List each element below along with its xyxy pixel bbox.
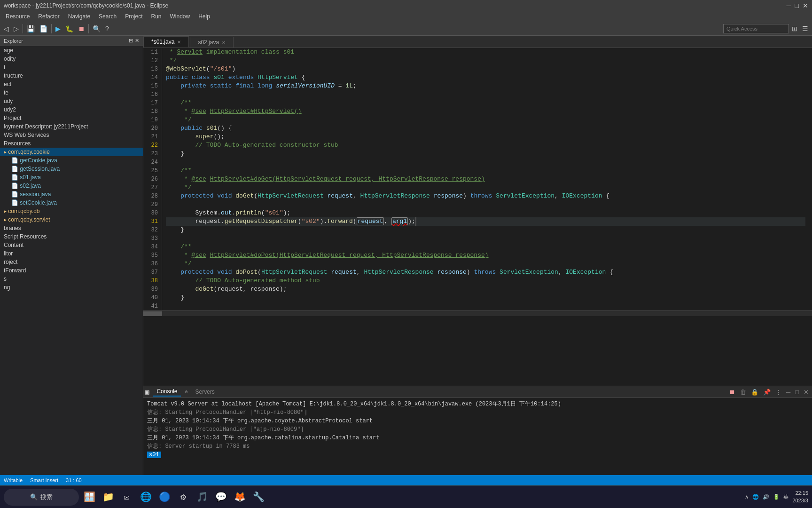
taskbar-app4-btn[interactable]: 💬 bbox=[212, 489, 229, 506]
sidebar-item-session[interactable]: 📄 session.java bbox=[0, 190, 143, 198]
taskbar-search-widget[interactable]: 🔍 搜索 bbox=[4, 489, 79, 506]
menu-help[interactable]: Help bbox=[195, 12, 214, 21]
menu-refactor[interactable]: Refactor bbox=[34, 12, 63, 21]
menu-search[interactable]: Search bbox=[95, 12, 120, 21]
sidebar-item-deployment[interactable]: loyment Descriptor: jy2211Project bbox=[0, 122, 143, 131]
horizontal-scrollbar[interactable] bbox=[143, 310, 812, 316]
toolbar-save-all-btn[interactable]: 📄 bbox=[38, 24, 49, 33]
toolbar-debug-btn[interactable]: 🐛 bbox=[63, 24, 75, 33]
sidebar-item-ws[interactable]: WS Web Services bbox=[0, 131, 143, 139]
menu-navigate[interactable]: Navigate bbox=[64, 12, 94, 21]
code-line-28: protected void doGet(HttpServletRequest … bbox=[166, 192, 805, 200]
toolbar-forward-btn[interactable]: ▷ bbox=[12, 24, 21, 33]
sidebar-item-udy2[interactable]: udy2 bbox=[0, 105, 143, 114]
sidebar-item-s02[interactable]: 📄 s02.java bbox=[0, 182, 143, 190]
quick-access-input[interactable] bbox=[723, 24, 789, 33]
console-close-btn[interactable]: ✕ bbox=[802, 388, 810, 396]
sidebar-item-getsession[interactable]: 📄 getSession.java bbox=[0, 165, 143, 173]
taskbar-clock[interactable]: 22:15 2023/3 bbox=[792, 490, 808, 504]
sidebar-item-tforward[interactable]: tForward bbox=[0, 266, 143, 275]
window-controls[interactable]: ─ □ ✕ bbox=[787, 2, 808, 9]
taskbar-battery-icon[interactable]: 🔋 bbox=[773, 494, 780, 500]
sidebar: Explorer ⊟ ✕ age odity t tructure ect te… bbox=[0, 36, 143, 475]
taskbar-app2-btn[interactable]: ⚙️ bbox=[175, 489, 192, 506]
taskbar-app3-btn[interactable]: 🎵 bbox=[194, 489, 211, 506]
console-scroll-lock-btn[interactable]: 🔒 bbox=[750, 388, 760, 396]
menu-bar: Resource Refactor Navigate Search Projec… bbox=[0, 11, 812, 22]
sidebar-item-db-pkg[interactable]: ▸ com.qcby.db bbox=[0, 207, 143, 215]
code-editor[interactable]: 11 12 13 14 15 16 17 18 19 20 21 22 23 2… bbox=[143, 48, 812, 386]
sidebar-item-s01[interactable]: 📄 s01.java bbox=[0, 173, 143, 182]
sidebar-item-t[interactable]: t bbox=[0, 63, 143, 71]
sidebar-item-udy[interactable]: udy bbox=[0, 97, 143, 105]
toolbar-save-btn[interactable]: 💾 bbox=[25, 24, 37, 33]
sidebar-item-tructure[interactable]: tructure bbox=[0, 71, 143, 80]
sidebar-item-servlet-pkg[interactable]: ▸ com.qcby.servlet bbox=[0, 215, 143, 224]
menu-resource[interactable]: Resource bbox=[2, 12, 33, 21]
menu-project[interactable]: Project bbox=[121, 12, 146, 21]
tab-s02[interactable]: s02.java ✕ bbox=[190, 37, 234, 48]
tab-s02-close[interactable]: ✕ bbox=[222, 40, 226, 45]
toolbar-back-btn[interactable]: ◁ bbox=[2, 24, 11, 33]
status-position[interactable]: 31 : 60 bbox=[66, 477, 82, 483]
sidebar-item-odity[interactable]: odity bbox=[0, 55, 143, 63]
taskbar-app6-btn[interactable]: 🔧 bbox=[250, 489, 267, 506]
tab-console[interactable]: Console bbox=[153, 387, 181, 397]
maximize-btn[interactable]: □ bbox=[795, 2, 799, 9]
code-line-23: } bbox=[166, 150, 805, 158]
sidebar-close-btn[interactable]: ✕ bbox=[135, 38, 139, 44]
sidebar-item-resources[interactable]: Resources bbox=[0, 139, 143, 148]
sidebar-item-litor[interactable]: litor bbox=[0, 249, 143, 258]
sidebar-item-getcookie[interactable]: 📄 getCookie.java bbox=[0, 156, 143, 165]
taskbar-sound-icon[interactable]: 🔊 bbox=[763, 494, 769, 500]
tab-s01[interactable]: *s01.java ✕ bbox=[143, 36, 189, 48]
sidebar-item-ng[interactable]: ng bbox=[0, 283, 143, 292]
sidebar-item-roject[interactable]: roject bbox=[0, 258, 143, 266]
sidebar-item-setcookie[interactable]: 📄 setCookie.java bbox=[0, 198, 143, 207]
status-insert-mode[interactable]: Smart Insert bbox=[30, 477, 58, 483]
close-btn[interactable]: ✕ bbox=[803, 2, 808, 9]
toolbar-view-btn[interactable]: ☰ bbox=[800, 24, 810, 33]
ln-25: 25 bbox=[145, 167, 158, 175]
console-pin-btn[interactable]: 📌 bbox=[762, 388, 772, 396]
toolbar-search-btn[interactable]: 🔍 bbox=[91, 24, 102, 33]
sidebar-item-s[interactable]: s bbox=[0, 275, 143, 283]
tab-s01-close[interactable]: ✕ bbox=[177, 40, 181, 45]
console-stop-btn[interactable]: ⏹ bbox=[728, 388, 737, 396]
sidebar-item-content[interactable]: Content bbox=[0, 241, 143, 249]
sidebar-item-project[interactable]: Project bbox=[0, 114, 143, 122]
taskbar-date-text: 2023/3 bbox=[792, 497, 808, 504]
toolbar-stop-btn[interactable]: ⏹ bbox=[76, 24, 86, 33]
console-maximize-btn[interactable]: □ bbox=[794, 388, 800, 396]
sidebar-item-cookie-pkg[interactable]: ▸ com.qcby.cookie bbox=[0, 148, 143, 156]
toolbar-run-btn[interactable]: ▶ bbox=[54, 24, 62, 33]
minimize-btn[interactable]: ─ bbox=[787, 2, 791, 9]
taskbar-app5-btn[interactable]: 🦊 bbox=[231, 489, 248, 506]
console-menu-btn[interactable]: ⋮ bbox=[774, 388, 783, 396]
sidebar-item-script[interactable]: Script Resources bbox=[0, 232, 143, 241]
console-clear-btn[interactable]: 🗑 bbox=[739, 388, 748, 396]
status-writable[interactable]: Writable bbox=[4, 477, 23, 483]
sidebar-item-age[interactable]: age bbox=[0, 46, 143, 55]
toolbar-perspective-btn[interactable]: ⊞ bbox=[790, 24, 799, 33]
ln-18: 18 bbox=[145, 107, 158, 116]
taskbar-app1-btn[interactable]: 🔵 bbox=[156, 489, 173, 506]
sidebar-item-ect[interactable]: ect bbox=[0, 80, 143, 88]
ln-31: 31 bbox=[145, 217, 158, 226]
taskbar-windows-btn[interactable]: 🪟 bbox=[81, 489, 98, 506]
taskbar-mail-btn[interactable]: ✉️ bbox=[118, 489, 135, 506]
ln-35: 35 bbox=[145, 251, 158, 260]
tab-servers[interactable]: Servers bbox=[192, 388, 219, 396]
menu-run[interactable]: Run bbox=[147, 12, 165, 21]
taskbar-explorer-btn[interactable]: 📁 bbox=[100, 489, 117, 506]
menu-window[interactable]: Window bbox=[166, 12, 194, 21]
taskbar-chevron-icon[interactable]: ∧ bbox=[745, 494, 749, 500]
code-line-31: request.getRequestDispatcher("s02").forw… bbox=[166, 217, 805, 226]
sidebar-item-te[interactable]: te bbox=[0, 88, 143, 97]
sidebar-item-libraries[interactable]: braries bbox=[0, 224, 143, 232]
console-minimize-btn[interactable]: ─ bbox=[785, 388, 792, 396]
toolbar-help-btn[interactable]: ? bbox=[103, 24, 111, 33]
taskbar-edge-btn[interactable]: 🌐 bbox=[137, 489, 154, 506]
sidebar-collapse-btn[interactable]: ⊟ bbox=[129, 38, 133, 44]
taskbar-network-icon[interactable]: 🌐 bbox=[752, 494, 759, 500]
